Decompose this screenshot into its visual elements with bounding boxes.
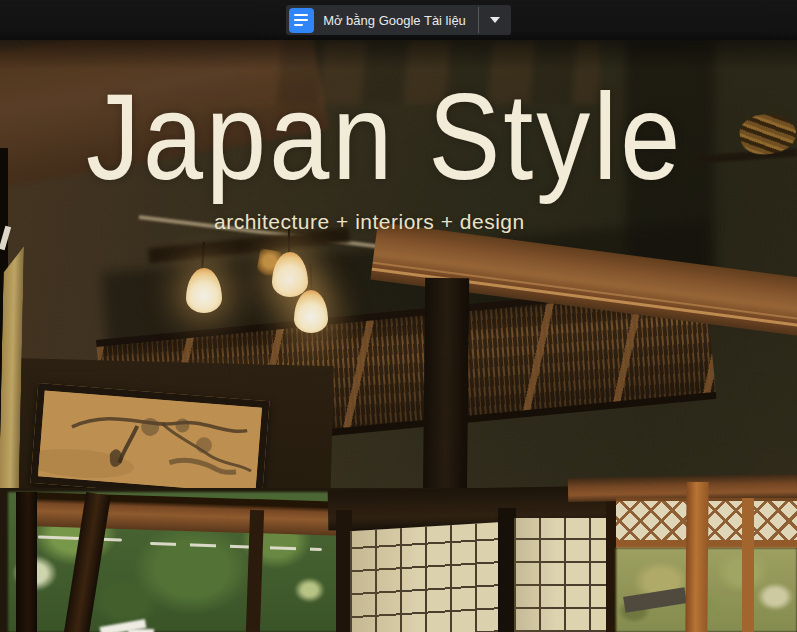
shoji-screen-left [350,522,502,632]
open-with-dropdown-button[interactable] [479,5,511,35]
open-with-google-docs-button[interactable]: Mở bằng Google Tài liệu [286,5,478,35]
toolbar-shadow [0,40,797,70]
orange-window-post [685,482,708,632]
shoji-screen-right [514,518,608,632]
docs-icon-line [294,24,303,27]
google-docs-icon [289,8,314,33]
dark-center-post [423,278,469,506]
docs-icon-line [294,14,308,17]
orange-window-post-thin [742,498,754,632]
open-with-button-group: Mở bằng Google Tài liệu [286,5,511,35]
dark-window-post [16,492,37,632]
chevron-down-icon [490,17,500,23]
book-title: Japan Style [86,76,683,198]
book-subtitle: architecture + interiors + design [214,210,525,234]
open-with-label: Mở bằng Google Tài liệu [323,13,466,28]
painting-artwork [38,391,262,494]
preview-toolbar: Mở bằng Google Tài liệu [0,0,797,40]
docs-icon-line [294,19,308,22]
scroll-painting [30,383,269,501]
book-cover-preview: Japan Style architecture + interiors + d… [0,40,797,632]
